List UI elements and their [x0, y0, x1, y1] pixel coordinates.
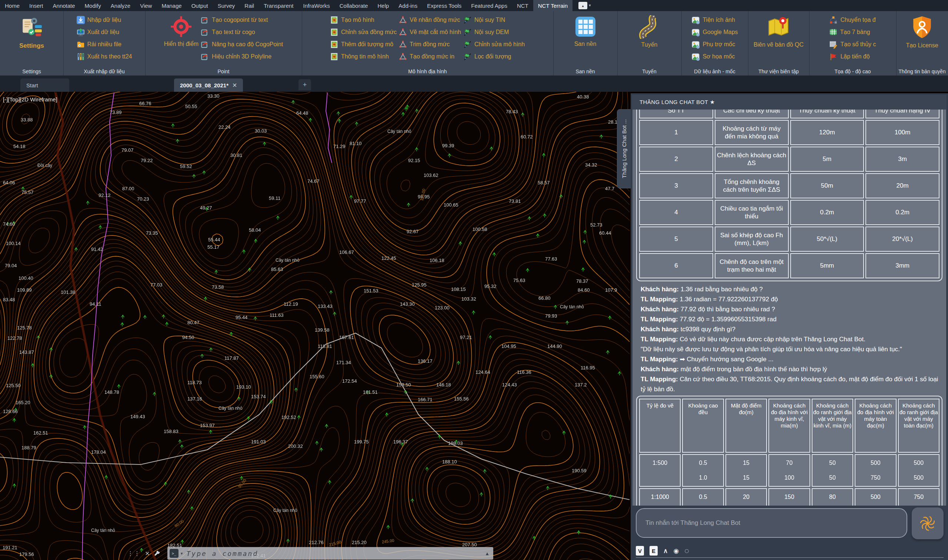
menu-item-transparent[interactable]: Transparent — [259, 0, 298, 11]
menu-item-analyze[interactable]: Analyze — [106, 0, 135, 11]
ribbon-item-hiệu-chỉnh-3d-polyline[interactable]: Hiệu chỉnh 3D Polyline — [201, 51, 283, 63]
menu-item-rail[interactable]: Rail — [240, 0, 259, 11]
chat-history[interactable]: Số TTCác chỉ tiêu kỹ thuậtThủy chuẩn kỹ … — [632, 109, 946, 506]
ribbon-item-tạo-mô-hình[interactable]: Tạo mô hình — [330, 14, 397, 26]
ribbon-item-vẽ-mặt-cắt-mô-hình[interactable]: Vẽ mặt cắt mô hình — [399, 26, 461, 38]
view-mode-button[interactable]: V — [636, 546, 644, 555]
panel-header[interactable]: THĂNG LONG CHAT BOT ★ — [632, 95, 946, 109]
ribbon-item-google-maps[interactable]: Google Maps — [691, 26, 738, 38]
table-header-cell: Số TT — [639, 109, 713, 118]
edit-mode-button[interactable]: E — [649, 546, 658, 555]
ribbon-button-hiển-thị-điểm[interactable]: Hiển thị điểm — [164, 13, 199, 67]
ribbon-item-thông-tin-mô-hình[interactable]: Thông tin mô hình — [330, 51, 397, 63]
chatbot-panel: Thăng Long Chat Bot ... THĂNG LONG CHAT … — [630, 93, 948, 560]
command-history-toggle[interactable]: ▲ — [485, 551, 490, 556]
ribbon-button-tuyến[interactable]: Tuyến — [638, 13, 661, 67]
focus-icon[interactable]: ◌ — [684, 546, 689, 555]
ribbon-item-nội-suy-tin[interactable]: Nội suy TIN — [463, 14, 525, 26]
ribbon-item-nội-suy-dem[interactable]: Nội suy DEM — [463, 26, 525, 38]
menu-item-add-ins[interactable]: Add-ins — [394, 0, 422, 11]
ribbon-item-rải-nhiều-file[interactable]: Rải nhiều file — [77, 38, 132, 50]
ribbon-item-trim-đồng-mức[interactable]: Trim đồng mức — [399, 38, 461, 50]
elevation-label: 143.87 — [19, 349, 34, 355]
ribbon-item-phụ-trợ-mốc[interactable]: Phụ trợ mốc — [691, 38, 738, 50]
surface-icon — [330, 28, 339, 36]
menu-item-view[interactable]: View — [135, 0, 157, 11]
menu-item-featured-apps[interactable]: Featured Apps — [466, 0, 512, 11]
ribbon-item-lập-tiến-độ[interactable]: Lập tiến độ — [829, 51, 876, 63]
elevation-label: 108.15 — [451, 286, 466, 292]
ribbon-item-thêm-đối-tượng-mô[interactable]: Thêm đối tượng mô — [330, 38, 397, 50]
menu-item-nct[interactable]: NCT — [512, 0, 533, 11]
ribbon-button-label: Hiển thị điểm — [164, 41, 199, 48]
drawing-viewport[interactable]: [-][Top][2D Wireframe] 33.8873.8966.7650… — [0, 92, 629, 560]
ribbon-button-tạo-license[interactable]: Tạo License — [906, 13, 938, 67]
tri-icon — [399, 16, 407, 24]
table-header-cell: Tỷ lệ đo vẽ — [639, 398, 681, 453]
command-bar-grip[interactable]: ⋮⋮ × — [127, 547, 161, 560]
ribbon-item-nhập-dữ-liệu[interactable]: Nhập dữ liệu — [77, 14, 132, 26]
message-text: Có vẻ dữ liệu này chưa được cập nhập trê… — [678, 336, 865, 343]
ribbon-item-tạo-đồng-mức-in[interactable]: Tạo đồng mức in — [399, 51, 461, 63]
menu-item-collaborate[interactable]: Collaborate — [335, 0, 373, 11]
download-icon — [77, 16, 85, 24]
ribbon-item-sơ-họa-mốc[interactable]: Sơ họa mốc — [691, 51, 738, 63]
grip-dots-icon[interactable]: ⋮⋮ — [127, 550, 141, 557]
chevron-down-icon[interactable]: ▾ — [181, 551, 183, 556]
menu-item-infraworks[interactable]: InfraWorks — [299, 0, 335, 11]
tab-document[interactable]: 2000_03_08_2021* ✕ — [174, 78, 243, 92]
elevation-label: 192.52 — [281, 415, 296, 420]
elevation-label: 212.76 — [309, 540, 324, 545]
menu-item-output[interactable]: Output — [187, 0, 213, 11]
ribbon-options-dropdown[interactable]: ▾ — [589, 3, 591, 11]
record-icon[interactable]: ◉ — [673, 547, 679, 555]
ribbon-item-label: Google Maps — [703, 29, 738, 35]
panel-side-tab[interactable]: Thăng Long Chat Bot ... — [617, 109, 630, 188]
menu-item-annotate[interactable]: Annotate — [48, 0, 80, 11]
menu-item-insert[interactable]: Insert — [25, 0, 48, 11]
menu-item-help[interactable]: Help — [373, 0, 394, 11]
elevation-label: 33.88 — [21, 117, 33, 123]
ribbon-item-tạo-text-từ-cogo[interactable]: Tạo text từ cogo — [201, 26, 283, 38]
menu-item-nct-terrain[interactable]: NCT Terrain — [533, 0, 572, 11]
close-icon[interactable]: × — [145, 549, 150, 558]
table-row: 2Chênh lệch khoảng cách ΔS5m3m — [639, 146, 939, 172]
command-line[interactable]: >_ ▾ Type a command ▲ — [167, 547, 493, 560]
command-input[interactable]: Type a command — [187, 550, 485, 557]
ribbon-item-vẽ-nhãn-đồng-mức[interactable]: Vẽ nhãn đồng mức — [399, 14, 461, 26]
elevation-label: 188.79 — [22, 445, 36, 451]
ribbon-item-nâng-hạ-cao-độ-cogopoint[interactable]: Nâng hạ cao độ CogoPoint — [201, 38, 283, 50]
map-annotation-label: Cây tán nhỏ — [276, 258, 300, 263]
close-icon[interactable]: ✕ — [232, 82, 237, 89]
chat-message-input[interactable]: Tin nhắn tới Thăng Long Chat Bot — [636, 508, 907, 538]
ribbon-item-tạo-cogopoint-từ-text[interactable]: Tạo cogopoint từ text — [201, 14, 283, 26]
menu-item-home[interactable]: Home — [0, 0, 25, 11]
ribbon-item-xuất-dữ-liệu[interactable]: Xuất dữ liệu — [77, 26, 132, 38]
menu-item-modify[interactable]: Modify — [80, 0, 106, 11]
ribbon-button-biên-vẽ-bản-đồ-qc[interactable]: Biên vẽ bản đồ QC — [754, 13, 803, 67]
send-button[interactable] — [912, 508, 943, 539]
wrench-icon[interactable] — [154, 550, 161, 557]
ribbon-item-chuyển-tọa-đ[interactable]: Chuyển tọa đ — [829, 14, 876, 26]
ribbon-collapse-button[interactable]: ▴ — [578, 2, 587, 9]
chevron-up-icon[interactable]: ∧ — [663, 547, 667, 555]
menu-item-manage[interactable]: Manage — [157, 0, 186, 11]
ribbon-button-settings[interactable]: Settings — [19, 13, 44, 67]
terminal-icon[interactable]: >_ — [170, 549, 179, 558]
tab-start[interactable]: Start — [20, 78, 69, 92]
ribbon-group-title: Dữ liệu ảnh - mốc — [681, 68, 748, 74]
viewport-controls-label[interactable]: [-][Top][2D Wireframe] — [3, 96, 57, 103]
menu-item-survey[interactable]: Survey — [213, 0, 240, 11]
ribbon-item-chỉnh-sửa-mô-hình[interactable]: Chỉnh sửa mô hình — [463, 38, 525, 50]
ribbon-item-lọc-đối-tượng[interactable]: Lọc đối tượng — [463, 51, 525, 63]
ribbon-item-chỉnh-sửa-đồng-mức[interactable]: Chỉnh sửa đồng mức — [330, 26, 397, 38]
ribbon-item-tạo-sổ-thủy-c[interactable]: Tạo sổ thủy c — [829, 38, 876, 50]
contour-map-canvas[interactable] — [0, 92, 629, 560]
menu-item-express-tools[interactable]: Express Tools — [422, 0, 466, 11]
ribbon-item-xuất-hs-theo-tt24[interactable]: Xuất hs theo tt24 — [77, 51, 132, 63]
new-tab-button[interactable]: + — [299, 79, 311, 90]
ribbon-item-tiện-ích-ảnh[interactable]: Tiện ích ảnh — [691, 14, 738, 26]
elevation-label: 116.36 — [517, 369, 532, 375]
ribbon-button-san-nền[interactable]: San nền — [574, 13, 597, 67]
ribbon-item-tạo-7-bảng[interactable]: Tạo 7 bảng — [829, 26, 876, 38]
